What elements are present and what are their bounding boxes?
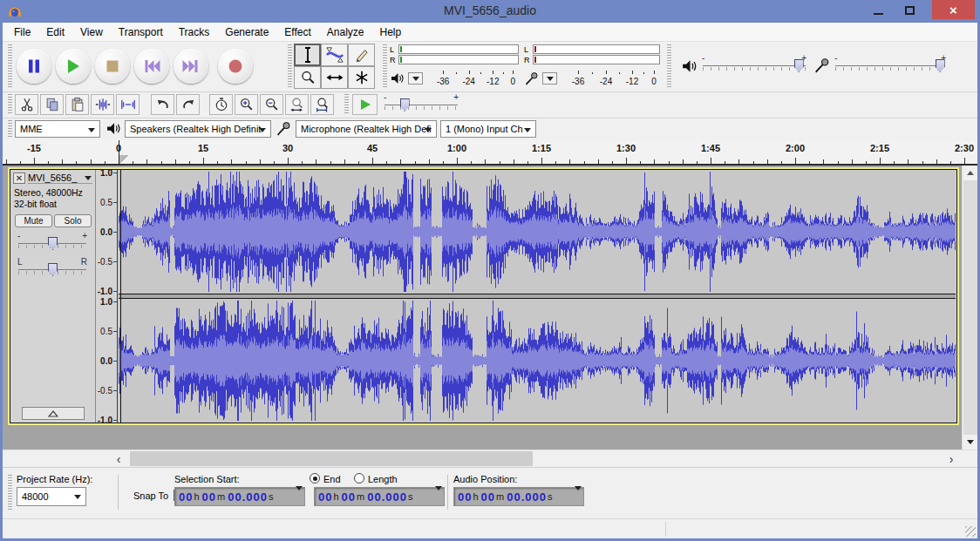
timeline-ruler[interactable]: -1501530451:001:151:301:452:002:152:30 [3, 140, 977, 166]
copy-button[interactable] [40, 94, 64, 115]
selection-end-field[interactable]: 00h00m00.000s [314, 487, 445, 506]
scroll-right-button[interactable]: › [943, 450, 959, 467]
meter-toolbar-grip[interactable] [383, 44, 387, 88]
chevron-down-icon [259, 128, 266, 132]
vertical-scroll-thumb[interactable] [963, 180, 977, 435]
undo-button[interactable] [151, 94, 174, 115]
waveform-view[interactable] [119, 170, 956, 423]
play-button[interactable] [56, 49, 91, 84]
horizontal-scroll-thumb[interactable] [130, 451, 533, 466]
trim-audio-button[interactable] [91, 94, 114, 115]
menu-transport[interactable]: Transport [111, 24, 171, 41]
device-toolbar-grip[interactable] [8, 120, 12, 138]
close-button[interactable]: × [932, 0, 975, 19]
menu-generate[interactable]: Generate [217, 24, 276, 41]
solo-button[interactable]: Solo [54, 214, 92, 227]
menu-help[interactable]: Help [372, 24, 410, 41]
zoom-out-button[interactable] [260, 94, 283, 115]
track-collapse-button[interactable] [22, 407, 85, 420]
timefield-dropdown-icon[interactable] [575, 490, 582, 501]
project-rate-dropdown[interactable]: 48000 [17, 487, 86, 506]
timefield-dropdown-icon[interactable] [296, 490, 303, 501]
zoom-tool[interactable] [294, 66, 321, 89]
input-volume-slider[interactable]: - + [835, 57, 945, 76]
playback-meter-bar-r [398, 55, 519, 64]
chevron-down-icon [88, 128, 95, 132]
menu-effect[interactable]: Effect [276, 24, 318, 41]
paste-button[interactable] [65, 94, 89, 115]
zoom-selection-button[interactable] [285, 94, 309, 115]
playback-device-dropdown[interactable]: Speakers (Realtek High Definit [125, 120, 271, 138]
speed-min-label: - [384, 92, 386, 102]
envelope-tool[interactable] [321, 44, 348, 66]
menu-view[interactable]: View [72, 24, 111, 41]
output-volume-slider[interactable]: - + [703, 57, 806, 76]
timefield-dropdown-icon[interactable] [435, 490, 442, 501]
scroll-up-button[interactable] [963, 166, 978, 180]
scroll-up-icon [967, 171, 974, 175]
forward-button[interactable] [174, 49, 208, 84]
timeshift-tool[interactable] [321, 66, 348, 89]
playhead-pin-icon[interactable] [119, 155, 128, 164]
stop-button[interactable] [95, 49, 130, 84]
transport-toolbar-grip[interactable] [8, 44, 12, 88]
waveform-canvas[interactable] [119, 170, 956, 423]
playback-meter[interactable]: LR-36-24-120 [390, 44, 521, 89]
minimize-button[interactable] [865, 0, 891, 20]
zoom-in-button[interactable] [235, 94, 258, 115]
multi-tool[interactable] [348, 66, 375, 89]
scroll-right-icon: › [949, 452, 954, 466]
scale-value: -1.0 [98, 416, 112, 425]
recording-meter-dropdown[interactable] [542, 72, 557, 85]
record-button[interactable] [218, 49, 253, 84]
selection-tool[interactable] [294, 44, 321, 66]
menu-tracks[interactable]: Tracks [171, 24, 218, 41]
audio-position-field[interactable]: 00h00m00.000s [453, 487, 584, 506]
triangle-up-icon [48, 410, 58, 417]
mixer-toolbar-grip[interactable] [667, 44, 671, 88]
meter-channel-label: L [524, 45, 528, 54]
rewind-button[interactable] [134, 49, 169, 84]
transcription-toolbar-grip[interactable] [344, 94, 349, 115]
chevron-down-icon [85, 176, 92, 180]
audio-track: ✕ MVI_5656_ Stereo, 48000Hz 32-bit float… [10, 169, 957, 423]
resize-grip[interactable] [965, 526, 976, 537]
scroll-left-button[interactable]: ‹ [111, 450, 126, 467]
silence-audio-button[interactable] [116, 94, 140, 115]
chevron-down-icon [425, 128, 432, 132]
playback-meter-dropdown[interactable] [408, 72, 423, 85]
playback-speed-slider[interactable]: - + [385, 96, 458, 115]
track-gain-slider[interactable]: - + [18, 234, 86, 254]
zoom-fit-button[interactable] [310, 94, 334, 115]
horizontal-scrollbar[interactable]: ‹ › [3, 450, 977, 467]
pause-button[interactable] [17, 49, 51, 84]
selection-toolbar-grip[interactable] [8, 475, 12, 511]
track-title-menu[interactable]: MVI_5656_ [28, 172, 92, 184]
audio-host-dropdown[interactable]: MME [15, 120, 100, 138]
speaker-icon [106, 121, 122, 137]
sync-lock-button[interactable] [209, 94, 233, 115]
recording-device-dropdown[interactable]: Microphone (Realtek High Defi [296, 120, 437, 138]
mute-button[interactable]: Mute [15, 214, 52, 227]
track-sample-format: 32-bit float [14, 199, 57, 209]
selection-start-field[interactable]: 00h00m00.000s [174, 487, 305, 506]
draw-tool[interactable] [348, 44, 375, 66]
vertical-scale-ruler[interactable]: 1.00.50.0-0.5-1.01.00.50.0-0.5-1.0 [96, 170, 118, 423]
menu-analyze[interactable]: Analyze [319, 24, 372, 41]
recording-channels-dropdown[interactable]: 1 (Mono) Input Ch [440, 120, 536, 138]
track-pan-slider[interactable]: L R [18, 260, 86, 280]
edit-toolbar-grip[interactable] [8, 94, 12, 115]
vertical-scrollbar[interactable] [962, 166, 977, 450]
tools-toolbar-grip[interactable] [288, 44, 292, 88]
end-radio[interactable] [310, 473, 320, 484]
menu-edit[interactable]: Edit [38, 24, 72, 41]
track-close-button[interactable]: ✕ [13, 172, 25, 184]
scroll-down-button[interactable] [963, 435, 978, 450]
maximize-button[interactable] [896, 0, 922, 20]
redo-button[interactable] [176, 94, 200, 115]
length-radio[interactable] [354, 473, 364, 484]
cut-button[interactable] [15, 94, 38, 115]
play-at-speed-button[interactable] [352, 94, 378, 115]
menu-file[interactable]: File [6, 24, 38, 41]
recording-meter[interactable]: LR-36-24-120 [524, 44, 662, 89]
